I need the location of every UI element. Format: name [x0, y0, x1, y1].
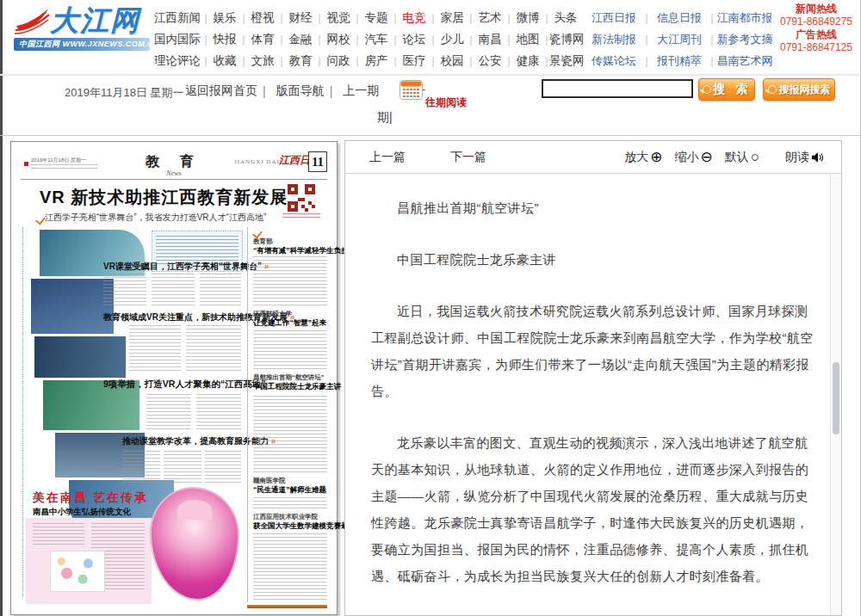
nav-link[interactable]: 头条 — [549, 7, 582, 28]
nav-link[interactable]: 专题 — [360, 7, 393, 28]
masthead-red-square — [24, 162, 28, 166]
prev-article-button[interactable]: 上一篇 — [369, 150, 406, 165]
nav-link[interactable]: 少儿 — [436, 28, 468, 50]
main-nav: 江西新闻|娱乐|橙视|财经|视觉|专题|电竞|家居|艺术|微博|头条国内国际|快… — [152, 7, 582, 71]
nav-link[interactable]: 江西新闻 — [152, 7, 203, 28]
nav-link[interactable]: 橙视 — [246, 7, 279, 28]
np-photo — [31, 279, 114, 334]
read-aloud-label: 朗读 — [785, 150, 809, 165]
np-edition-meta — [31, 164, 98, 169]
nav-link[interactable]: 视觉 — [322, 7, 355, 28]
nav-link[interactable]: 南昌 — [474, 28, 506, 50]
nav-link[interactable]: 地图 — [511, 28, 544, 50]
paper-link[interactable]: 传媒论坛 — [585, 50, 642, 71]
nav-link[interactable]: 问政 — [322, 50, 355, 71]
nav-link[interactable]: 体育 — [246, 28, 279, 50]
papers-nav: 江西日报|信息日报|江南都市报新法制报|大江周刊|新参考文摘传媒论坛|报刊精萃|… — [585, 7, 773, 71]
zoom-in-button[interactable]: 放大 ⊕ — [624, 150, 662, 165]
np-body-text — [152, 274, 195, 308]
np-right-story[interactable]: 江西应用技术职业学院 获全国大学生数学建模竞赛最高奖 — [253, 513, 327, 532]
zoom-out-label: 缩小 — [674, 150, 698, 165]
paper-link[interactable]: 信息日报 — [651, 7, 708, 28]
np-section-title: 教 育 — [134, 153, 214, 171]
scrollbar-thumb[interactable] — [833, 362, 839, 434]
back-home-link[interactable]: 返回报网首页 — [185, 83, 257, 99]
hotline-block: 新闻热线0791-86849275广告热线0791-86847125 — [775, 3, 858, 54]
nav-link[interactable]: 景瓷网 — [549, 50, 582, 71]
np-dotted-rule — [22, 227, 23, 597]
past-issues-link[interactable]: 往期阅读 — [425, 95, 467, 110]
default-size-icon: ○ — [751, 150, 759, 164]
prev-issue-link[interactable]: 上一期 — [343, 83, 379, 99]
np-subhead: 江西学子亮相“世界舞台”，我省发力打造VR人才“江西高地” — [45, 212, 277, 224]
paper-link[interactable]: 江西日报 — [585, 7, 642, 28]
paper-link[interactable]: 江南都市报 — [716, 7, 773, 28]
current-date: 2019年11月18日 星期一 — [65, 85, 184, 101]
nav-link[interactable]: 瓷博网 — [549, 28, 582, 50]
nav-link[interactable]: 网校 — [322, 28, 355, 50]
zoom-in-label: 放大 — [624, 150, 648, 165]
paper-link[interactable]: 大江周刊 — [651, 28, 708, 50]
nav-link[interactable]: 国内国际 — [152, 28, 203, 50]
page-left-edge — [0, 0, 3, 616]
article-paragraph: 昌航推出首期“航空讲坛” — [371, 194, 818, 221]
np-page-number: 11 — [308, 151, 327, 172]
np-feature-subtitle: 南昌中小学生弘扬传统文化 — [33, 507, 131, 518]
nav-separator: | — [708, 7, 716, 28]
nav-separator: | — [708, 50, 716, 71]
page-nav-link[interactable]: 版面导航 — [276, 83, 325, 99]
hotline-number: 0791-86849275 — [775, 15, 858, 28]
paper-link[interactable]: 昌南艺术网 — [716, 50, 773, 71]
nav-link[interactable]: 医疗 — [398, 50, 430, 71]
default-size-button[interactable]: 默认 ○ — [725, 150, 759, 165]
np-right-story[interactable]: 赣南医学院 “民生通道”解师生难题 — [253, 477, 327, 496]
search-icon — [703, 85, 711, 94]
nav-link[interactable]: 娱乐 — [208, 7, 241, 28]
search-paper-button[interactable]: 搜报网搜索 — [763, 78, 835, 101]
nav-link[interactable]: 文旅 — [246, 50, 279, 71]
nav-link[interactable]: 家居 — [436, 7, 468, 28]
nav-separator: | — [642, 50, 651, 71]
nav-link[interactable]: 教育 — [284, 50, 317, 71]
scrollbar-track[interactable] — [830, 174, 841, 615]
nav-link[interactable]: 汽车 — [360, 28, 393, 50]
np-headline[interactable]: VR 新技术助推江西教育新发展 — [40, 186, 289, 209]
paper-link[interactable]: 新法制报 — [585, 28, 642, 50]
nav-link[interactable]: 论坛 — [398, 28, 430, 50]
nav-link[interactable]: 房产 — [360, 50, 393, 71]
nav-link[interactable]: 金融 — [284, 28, 317, 50]
np-story-headline[interactable]: VR课堂受瞩目，江西学子亮相“世界舞台” » — [103, 261, 269, 273]
nav-link[interactable]: 健康 — [511, 50, 544, 71]
zoom-out-button[interactable]: 缩小 ⊖ — [674, 150, 712, 165]
np-right-story[interactable]: 江西财经大学 让党建工作“智慧”起来 — [253, 310, 327, 329]
newspaper-page-thumbnail[interactable]: 2019年11月18日 星期一 教 育 News JIANGXI DAILY 江… — [10, 141, 338, 615]
next-article-button[interactable]: 下一篇 — [450, 150, 486, 165]
paper-link[interactable]: 新参考文摘 — [716, 28, 773, 50]
search-button[interactable]: 搜 索 — [698, 78, 755, 101]
np-body-text — [103, 274, 146, 308]
nav-link[interactable]: 艺术 — [474, 7, 506, 28]
nav-link[interactable]: 财经 — [284, 7, 317, 28]
bar-separator: | — [263, 84, 266, 98]
site-title: 大江网 — [50, 5, 140, 36]
np-right-story[interactable]: 昌航推出首期“航空讲坛” 中国工程院院士龙乐豪主讲 — [253, 373, 327, 392]
nav-link[interactable]: 公安 — [474, 50, 506, 71]
calendar-icon[interactable] — [400, 78, 423, 101]
site-logo[interactable]: 大江网 中国江西网 WWW.JXNEWS.COM.CN — [14, 5, 160, 51]
np-hairline — [21, 179, 327, 180]
next-issue-wrap[interactable]: 期| — [377, 110, 393, 126]
np-body-text — [129, 325, 181, 373]
nav-link[interactable]: 理论评论 — [152, 50, 203, 71]
nav-link[interactable]: 电竞 — [398, 7, 430, 28]
np-right-story[interactable]: 教育部 “有增有减”科学减轻学生负担 — [253, 237, 327, 256]
paper-link[interactable]: 报刊精萃 — [651, 50, 708, 71]
np-body-text — [33, 523, 84, 545]
np-feature-title[interactable]: 美在南昌 艺在传承 — [33, 490, 148, 506]
nav-link[interactable]: 微博 — [511, 7, 544, 28]
search-input[interactable] — [542, 79, 693, 98]
nav-link[interactable]: 收藏 — [208, 50, 241, 71]
nav-link[interactable]: 校园 — [436, 50, 468, 71]
nav-link[interactable]: 快报 — [208, 28, 241, 50]
read-aloud-button[interactable]: 朗读 — [785, 150, 824, 165]
np-body-text — [200, 274, 241, 308]
